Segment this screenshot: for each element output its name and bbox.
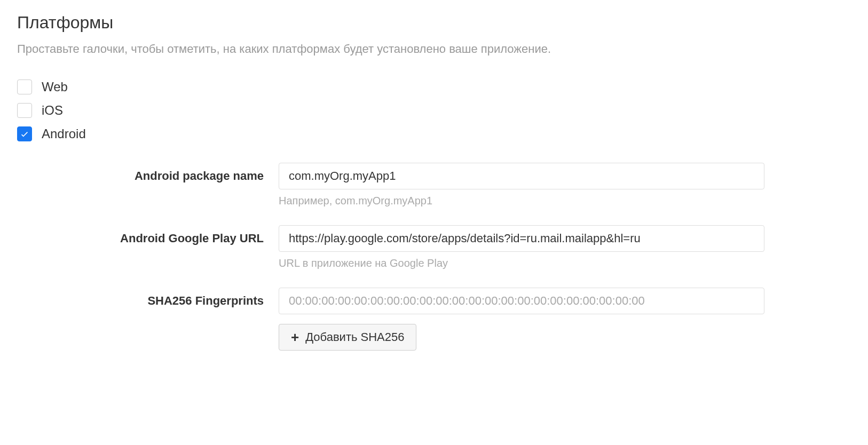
checkbox-web[interactable] [17,80,32,94]
check-icon [20,129,29,139]
platform-row-ios: iOS [17,103,851,118]
platform-row-web: Web [17,80,851,94]
label-sha256: SHA256 Fingerprints [17,288,279,308]
form-row-sha256: SHA256 Fingerprints + Добавить SHA256 [17,288,851,351]
checkbox-label-web[interactable]: Web [42,80,68,94]
package-name-input[interactable] [279,163,764,189]
form-row-play-url: Android Google Play URL URL в приложение… [17,225,851,269]
help-play-url: URL в приложение на Google Play [279,257,764,269]
platform-checkbox-list: Web iOS Android [17,80,851,141]
checkbox-label-android[interactable]: Android [42,126,86,141]
checkbox-label-ios[interactable]: iOS [42,103,63,118]
sha256-input[interactable] [279,288,764,314]
plus-icon: + [291,330,299,344]
page-title: Платформы [17,13,851,33]
label-package-name: Android package name [17,163,279,183]
platform-row-android: Android [17,126,851,141]
checkbox-ios[interactable] [17,103,32,118]
form-row-package-name: Android package name Например, com.myOrg… [17,163,851,207]
help-package-name: Например, com.myOrg.myApp1 [279,195,764,207]
label-play-url: Android Google Play URL [17,225,279,245]
add-sha256-button[interactable]: + Добавить SHA256 [279,324,416,351]
play-url-input[interactable] [279,225,764,252]
page-subtitle: Проставьте галочки, чтобы отметить, на к… [17,42,851,56]
checkbox-android[interactable] [17,126,32,141]
add-sha256-label: Добавить SHA256 [305,330,404,344]
